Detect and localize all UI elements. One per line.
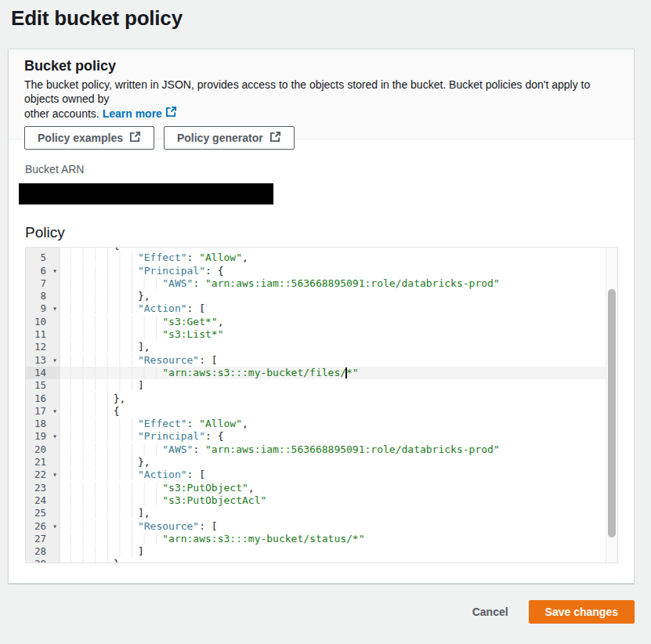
code-line[interactable]: 24 "s3:PutObjectAcl" <box>26 494 606 507</box>
fold-arrow-icon[interactable]: ▾ <box>52 469 57 481</box>
code-text[interactable]: ], <box>60 341 606 353</box>
line-number: 23 <box>26 482 60 494</box>
policy-heading: Policy <box>25 224 618 241</box>
code-text[interactable]: "s3:Get*", <box>60 316 606 328</box>
policy-generator-button[interactable]: Policy generator <box>164 126 295 150</box>
line-number: 11 <box>26 328 60 341</box>
line-number: 27 <box>26 533 60 545</box>
external-link-icon <box>129 131 141 145</box>
header-button-row: Policy examples Policy generator <box>24 126 618 150</box>
line-number: 10 <box>26 316 60 328</box>
code-line[interactable]: 13▾ "Resource": [ <box>26 354 606 367</box>
code-text[interactable]: "Resource": [ <box>60 520 606 533</box>
edit-bucket-policy-page: Edit bucket policy Bucket policy The buc… <box>0 0 651 31</box>
code-line[interactable]: 17▾ { <box>26 405 606 418</box>
code-text[interactable]: }, <box>60 456 606 469</box>
bucket-arn-label: Bucket ARN <box>25 162 618 176</box>
code-text[interactable]: "Principal": { <box>60 265 606 277</box>
code-line[interactable]: 9▾ "Action": [ <box>26 302 606 315</box>
bucket-arn-redacted-value <box>19 183 273 204</box>
code-text[interactable]: { <box>60 405 606 418</box>
code-text[interactable]: "Action": [ <box>60 302 606 315</box>
code-line[interactable]: 21 }, <box>26 456 606 469</box>
code-line[interactable]: 29 }, <box>26 558 606 563</box>
code-text[interactable]: ] <box>60 545 606 558</box>
save-changes-button[interactable]: Save changes <box>529 600 635 624</box>
panel-content: Bucket ARN Policy {5 "Effect": "Allow",6… <box>9 162 634 563</box>
code-text[interactable]: ] <box>60 379 606 392</box>
fold-arrow-icon[interactable]: ▾ <box>52 265 57 277</box>
code-text[interactable]: "arn:aws:s3:::my-bucket/status/*" <box>60 533 606 545</box>
code-line[interactable]: 28 ] <box>26 545 606 558</box>
code-line[interactable]: 18 "Effect": "Allow", <box>26 418 606 430</box>
code-line[interactable]: 8 }, <box>26 290 606 302</box>
code-text[interactable]: "Action": [ <box>60 469 606 481</box>
line-number: 5 <box>26 251 60 264</box>
footer-actions: Cancel Save changes <box>8 600 635 624</box>
code-line[interactable]: 11 "s3:List*" <box>26 328 606 341</box>
line-number: 9▾ <box>26 302 60 315</box>
code-text[interactable]: "Effect": "Allow", <box>60 251 606 264</box>
policy-code-editor[interactable]: {5 "Effect": "Allow",6▾ "Principal": {7 … <box>25 247 618 563</box>
line-number: 12 <box>26 341 60 353</box>
cancel-button[interactable]: Cancel <box>472 606 508 618</box>
code-text[interactable]: "Resource": [ <box>60 354 606 367</box>
fold-arrow-icon[interactable]: ▾ <box>52 354 57 367</box>
fold-arrow-icon[interactable]: ▾ <box>52 405 57 418</box>
code-text[interactable]: ], <box>60 507 606 519</box>
code-line[interactable]: 15 ] <box>26 379 606 392</box>
line-number: 18 <box>26 418 60 430</box>
code-text[interactable]: "AWS": "arn:aws:iam::563668895091:role/d… <box>60 443 606 456</box>
code-text[interactable]: "AWS": "arn:aws:iam::563668895091:role/d… <box>60 277 606 290</box>
line-number: 14 <box>26 367 60 379</box>
code-line[interactable]: 12 ], <box>26 341 606 353</box>
panel-title: Bucket policy <box>24 56 618 74</box>
code-line[interactable]: 14 "arn:aws:s3:::my-bucket/files/*" <box>26 367 606 379</box>
code-line[interactable]: 19▾ "Principal": { <box>26 430 606 443</box>
code-line[interactable]: 26▾ "Resource": [ <box>26 520 606 533</box>
code-line[interactable]: 20 "AWS": "arn:aws:iam::563668895091:rol… <box>26 443 606 456</box>
code-text[interactable]: "s3:List*" <box>60 328 606 341</box>
line-number: 26▾ <box>26 520 60 533</box>
fold-arrow-icon[interactable]: ▾ <box>52 430 57 443</box>
panel-description: The bucket policy, written in JSON, prov… <box>24 78 618 121</box>
code-text[interactable]: "s3:PutObject", <box>60 482 606 494</box>
line-number: 15 <box>26 379 60 392</box>
code-line[interactable]: 10 "s3:Get*", <box>26 316 606 328</box>
learn-more-link[interactable]: Learn more <box>103 106 177 121</box>
bucket-policy-panel: Bucket policy The bucket policy, written… <box>8 49 635 584</box>
code-text[interactable]: "Effect": "Allow", <box>60 418 606 430</box>
fold-arrow-icon[interactable]: ▾ <box>52 302 57 315</box>
scrollbar-thumb[interactable] <box>608 289 616 537</box>
code-text[interactable]: "arn:aws:s3:::my-bucket/files/*" <box>60 367 606 379</box>
code-line[interactable]: 25 ], <box>26 507 606 519</box>
code-text[interactable]: }, <box>60 558 606 563</box>
line-number: 8 <box>26 290 60 302</box>
code-text[interactable]: }, <box>60 290 606 302</box>
line-number: 20 <box>26 443 60 456</box>
code-line[interactable]: 23 "s3:PutObject", <box>26 482 606 494</box>
line-number: 21 <box>26 456 60 469</box>
fold-arrow-icon[interactable]: ▾ <box>52 520 57 533</box>
line-number: 16 <box>26 393 60 405</box>
code-text[interactable]: "s3:PutObjectAcl" <box>60 494 606 507</box>
line-number: 17▾ <box>26 405 60 418</box>
external-link-icon <box>165 106 177 121</box>
code-line[interactable]: 5 "Effect": "Allow", <box>26 251 606 264</box>
editor-scrollbar[interactable] <box>606 248 617 563</box>
code-line[interactable]: 7 "AWS": "arn:aws:iam::563668895091:role… <box>26 277 606 290</box>
code-line[interactable]: 27 "arn:aws:s3:::my-bucket/status/*" <box>26 533 606 545</box>
code-line[interactable]: 22▾ "Action": [ <box>26 469 606 481</box>
code-text[interactable]: "Principal": { <box>60 430 606 443</box>
line-number: 25 <box>26 507 60 519</box>
line-number: 29 <box>26 558 60 563</box>
description-line2: other accounts. <box>24 107 99 120</box>
code-line[interactable]: 16 }, <box>26 393 606 405</box>
line-number: 6▾ <box>26 265 60 277</box>
code-text[interactable]: }, <box>60 393 606 405</box>
policy-examples-button[interactable]: Policy examples <box>24 126 154 150</box>
description-line1: The bucket policy, written in JSON, prov… <box>24 78 590 105</box>
page-title: Edit bucket policy <box>11 6 651 31</box>
line-number: 22▾ <box>26 469 60 481</box>
code-line[interactable]: 6▾ "Principal": { <box>26 265 606 277</box>
